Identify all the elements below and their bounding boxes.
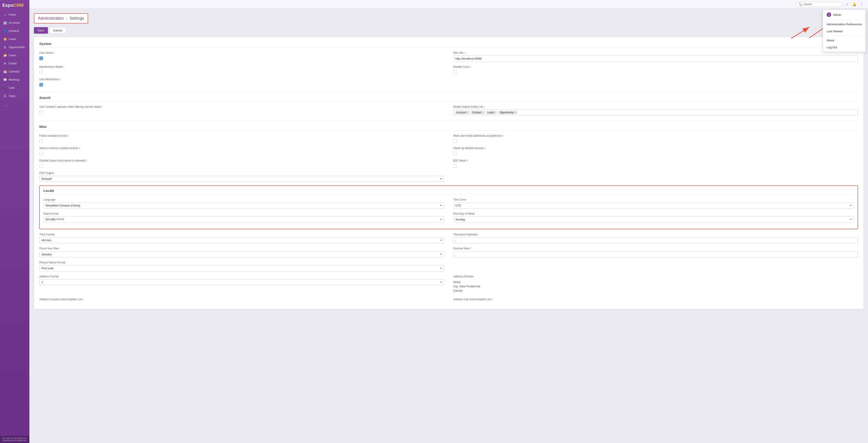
tasks-icon: ☰ [3,94,7,98]
address-country-help-icon[interactable]: ℹ [83,298,84,301]
disable-cron-checkbox[interactable] [453,70,457,74]
dropdown-about[interactable]: About [823,37,866,44]
topbar: 🔍 ＋ 🔔 ⋮ [29,0,868,9]
tag-contact-close[interactable]: × [483,111,484,114]
mark-email-checkbox[interactable] [453,139,457,143]
b2c-mode-checkbox[interactable] [453,164,457,168]
tag-lead-close[interactable]: × [494,111,496,114]
locale-section-header: Locale [43,189,854,195]
tag-contact: Contact × [471,111,485,114]
first-day-select[interactable]: Sunday [453,216,854,223]
allow-remove-checkbox[interactable] [39,152,43,156]
maintenance-mode-help-icon[interactable]: ℹ [63,65,64,68]
address-format-select[interactable]: 1 [39,279,444,285]
language-select[interactable]: Simplified Chinese (China) [43,202,444,208]
logo[interactable]: EspoCRM [0,0,29,11]
dropdown-separator-2 [823,36,866,36]
fiscal-year-select[interactable]: January [39,251,444,257]
time-format-select[interactable]: HH:mm [39,237,444,243]
person-name-select[interactable]: First Last [39,265,444,271]
use-cache-checkbox[interactable]: ✓ [39,57,43,60]
address-city-group: Address City Autocomplete List ℹ [453,298,858,301]
disable-export-checkbox[interactable] [39,164,43,168]
fiscal-year-group: Fiscal Year Start January [39,247,444,257]
allow-remove-help-icon[interactable]: ℹ [79,147,80,150]
cleanup-deleted-help-icon[interactable]: ℹ [485,147,486,150]
date-format-select[interactable]: DD.MM.YYYY [43,216,444,223]
use-websocket-help-icon[interactable]: ℹ [60,78,61,81]
disable-export-checkbox-wrapper [39,164,444,168]
follow-records-help-icon[interactable]: ℹ [68,134,69,137]
allow-remove-group: Allow to remove created records ℹ [39,147,444,156]
disable-export-help-icon[interactable]: ℹ [86,159,87,162]
dropdown-admin-user[interactable]: A Admin [823,11,866,19]
dropdown-last-viewed[interactable]: Last Viewed [823,28,866,35]
mark-email-checkbox-wrapper [453,139,858,143]
b2c-mode-help-icon[interactable]: ℹ [467,159,468,162]
topbar-icons: ＋ 🔔 ⋮ [844,1,864,7]
more-options-icon[interactable]: ⋮ [859,1,864,7]
sidebar-item-accounts[interactable]: 🏢 Accounts [0,19,29,27]
global-search-group: Global Search Entity List ℹ Account × Co… [453,105,858,115]
search-section-sep: Search [39,92,858,102]
sidebar-item-leads[interactable]: ⭐ Leads [0,35,29,43]
maintenance-mode-checkbox[interactable] [39,70,43,74]
sidebar-item-label: Calls [8,86,15,90]
address-city-help-icon[interactable]: ℹ [492,298,493,301]
accounts-icon: 🏢 [3,21,7,25]
decimal-mark-input[interactable] [453,251,858,257]
sidebar-item-calendar[interactable]: 📅 Calendar [0,68,29,76]
admin-avatar-icon: A [827,12,831,17]
use-websocket-checkbox-wrapper: ✓ [39,83,444,87]
cancel-button[interactable]: Cancel [49,27,66,34]
sidebar-item-label: Cases [8,54,16,57]
global-search-tags[interactable]: Account × Contact × Lead × [453,109,858,115]
meetings-icon: 💬 [3,78,7,81]
use-cache-help-icon[interactable]: ℹ [54,51,55,55]
add-icon[interactable]: ＋ [844,1,850,7]
user-dropdown-menu: A Admin Administration Preferences Last … [823,9,866,52]
sidebar-item-calls[interactable]: 📞 Calls [0,84,29,92]
thousand-sep-input[interactable] [453,237,858,243]
sidebar-item-tasks[interactable]: ☰ Tasks [0,92,29,100]
dropdown-admin-preferences[interactable]: Administration Preferences [823,21,866,28]
sidebar-item-emails[interactable]: ✉ Emails [0,59,29,68]
mark-email-help-icon[interactable]: ℹ [502,134,503,137]
contains-help-icon[interactable]: ℹ [101,105,103,108]
timezone-select[interactable]: UTC [453,202,854,208]
sidebar-item-opportunities[interactable]: $ Opportunities [0,43,29,51]
decimal-mark-required: * [471,247,472,250]
pdf-engine-select[interactable]: Dompdf [39,176,444,182]
use-websocket-checkbox[interactable]: ✓ [39,83,43,87]
pdf-engine-label: PDF Engine [39,171,444,175]
save-button[interactable]: Save [34,27,48,34]
contains-checkbox[interactable] [39,110,43,114]
use-cache-group: Use Cache ℹ ✓ [39,51,444,62]
locale-row-5: Person Name Format First Last [39,261,858,271]
locale-row-3: Time Format HH:mm Thousand Separator [39,233,858,243]
sidebar-item-cases[interactable]: 📁 Cases [0,51,29,59]
notifications-icon[interactable]: 🔔 [851,1,857,7]
cleanup-deleted-checkbox[interactable] [453,152,457,156]
site-url-input[interactable] [453,56,858,62]
follow-records-checkbox[interactable] [39,139,43,143]
contains-label: Use 'contains' operator when filtering v… [39,105,444,108]
tag-opportunity-close[interactable]: × [515,111,516,114]
sidebar-item-contacts[interactable]: 👤 Contacts [0,27,29,35]
dropdown-logout[interactable]: Log Out [823,44,866,51]
sidebar-item-home[interactable]: ⌂ Home [0,11,29,19]
breadcrumb-admin[interactable]: Administration [38,16,64,21]
global-search-help-icon[interactable]: ℹ [484,105,485,108]
maintenance-mode-group: Maintenance Mode ℹ [39,65,444,74]
misc-row-3: Disable Export (only admin is allowed) ℹ… [39,159,858,168]
disable-cron-help-icon[interactable]: ℹ [470,65,471,68]
search-input[interactable] [804,3,840,6]
address-preview: Street City, State PostalCode Country [453,279,858,294]
site-url-help-icon[interactable]: ℹ [465,51,466,55]
sidebar-item-meetings[interactable]: 💬 Meetings [0,76,29,84]
address-country-group: Address Country Autocomplete List ℹ [39,298,444,301]
time-format-group: Time Format HH:mm [39,233,444,243]
sidebar-more[interactable]: ... [0,100,29,109]
tag-account-close[interactable]: × [467,111,468,114]
search-box[interactable]: 🔍 [797,2,842,7]
